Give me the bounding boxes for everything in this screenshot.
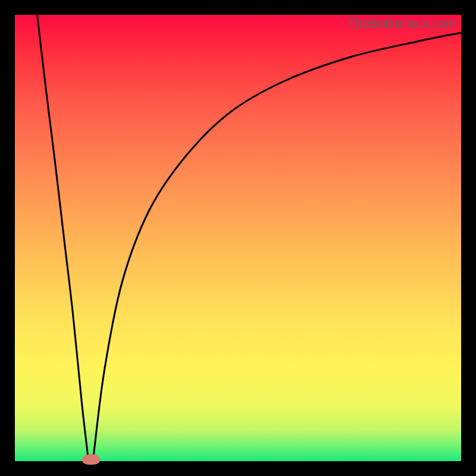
minimum-marker-blob — [82, 454, 100, 465]
bottleneck-curve — [15, 15, 461, 461]
curve-right-branch — [93, 33, 461, 461]
curve-left-branch — [37, 15, 89, 461]
chart-frame: TheBottleneck.com — [0, 0, 476, 476]
watermark-text: TheBottleneck.com — [347, 16, 456, 32]
plot-area: TheBottleneck.com — [15, 15, 461, 461]
